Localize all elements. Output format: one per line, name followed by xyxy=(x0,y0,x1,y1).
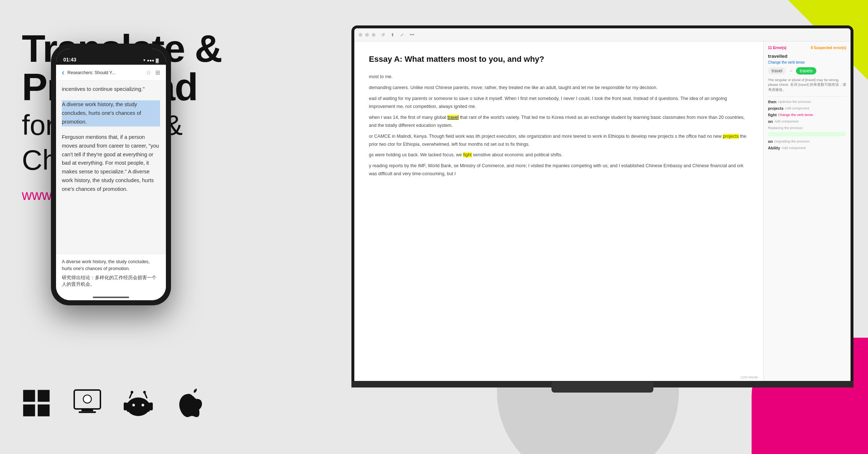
panel-word-on2: on xyxy=(768,139,773,144)
phone-time: 01:43 xyxy=(63,57,76,63)
panel-word-projects: projects xyxy=(768,106,784,111)
panel-word-then: then xyxy=(768,100,776,104)
phone-wrap: 01:43 ▾ ●●● ▓ ‹ Researchers: Should Y...… xyxy=(51,44,171,305)
panel-row-then: then Optimize the pronoun xyxy=(768,100,846,104)
phone-back-button[interactable]: ‹ xyxy=(62,68,64,77)
panel-action-on2[interactable]: Degrading the pronoun xyxy=(774,139,809,143)
panel-replacing: Replacing the pronoun xyxy=(768,126,846,130)
error-count: 11 Error(s) xyxy=(768,46,787,50)
svg-rect-2 xyxy=(23,405,35,417)
android-icon xyxy=(124,389,153,418)
panel-word-fight: fight xyxy=(768,113,777,117)
toolbar-dot-3 xyxy=(372,33,375,37)
phone-body: 01:43 ▾ ●●● ▓ ‹ Researchers: Should Y...… xyxy=(51,44,171,305)
doc-right-panel: 11 Error(s) 0 Suspected error(s) travell… xyxy=(763,41,851,382)
doc-text: most to me. demanding careers. Unlike mo… xyxy=(369,73,749,178)
battery-icon: ▓ xyxy=(156,58,159,63)
doc-para-2: demanding careers. Unlike most Chinese p… xyxy=(369,84,749,92)
doc-para-4: when I was 14, the first of many global … xyxy=(369,114,749,130)
svg-rect-5 xyxy=(81,409,93,411)
phone-content-area: incentives to continue specializing." A … xyxy=(56,81,166,255)
word-options: travel → travels xyxy=(768,67,846,75)
phone-translation-en: A diverse work history, the study conclu… xyxy=(62,258,160,272)
signal-icon: ●●● xyxy=(147,58,154,63)
doc-main: Essay A: What matters most to you, and w… xyxy=(354,41,763,382)
phone-nav-icons: ☆ ⊞ xyxy=(146,69,160,76)
panel-row-ability: Ability Add component xyxy=(768,146,846,150)
doc-para-3: ead of waiting for my parents or someone… xyxy=(369,95,749,111)
panel-add-global[interactable] xyxy=(768,132,846,136)
toolbar-expand-icon[interactable]: ⤢ xyxy=(400,32,404,37)
doc-title: Essay A: What matters most to you, and w… xyxy=(369,52,749,66)
panel-row-on: on Add component xyxy=(768,119,846,124)
doc-para-1: most to me. xyxy=(369,73,749,81)
phone-screen: 01:43 ▾ ●●● ▓ ‹ Researchers: Should Y...… xyxy=(56,49,166,300)
phone-translation-area: A diverse work history, the study conclu… xyxy=(56,254,166,300)
phone-translation-zh: 研究得出结论：多样化的工作经历会损害一个人的晋升机会。 xyxy=(62,274,160,288)
svg-point-11 xyxy=(142,404,144,406)
svg-rect-0 xyxy=(23,390,35,402)
suspected-count: 0 Suspected error(s) xyxy=(811,46,846,50)
doc-para-6: gs were holding us back. We lacked focus… xyxy=(369,151,749,159)
doc-para-5: or CAMCE in Malindi, Kenya. Though field… xyxy=(369,133,749,149)
phone-notch xyxy=(89,49,133,59)
svg-rect-6 xyxy=(79,411,96,413)
toolbar-dot-1 xyxy=(359,33,362,37)
panel-word-ability: Ability xyxy=(768,146,780,150)
toolbar-more-icon[interactable]: ••• xyxy=(410,32,414,37)
highlight-travel: travel xyxy=(447,115,459,120)
phone-status-icons: ▾ ●●● ▓ xyxy=(143,58,159,63)
phone-nav-bar: ‹ Researchers: Should Y... ☆ ⊞ xyxy=(56,65,166,81)
svg-point-14 xyxy=(131,391,133,393)
arrow-icon: → xyxy=(789,68,793,73)
desktop-screen-inner: ↺ ⬆ ⤢ ••• Essay A: What matters most to … xyxy=(354,28,851,382)
toolbar-reload-icon[interactable]: ↺ xyxy=(381,32,385,37)
desktop-stand xyxy=(552,382,653,393)
svg-rect-3 xyxy=(38,405,50,417)
word-chip-travel[interactable]: travel xyxy=(768,67,786,75)
panel-link-travelled[interactable]: Change the verb tense xyxy=(768,60,846,64)
panel-action-fight[interactable]: Change the verb tense xyxy=(778,113,813,117)
panel-note: The singular or plural of [travel] may b… xyxy=(768,77,846,92)
doc-para-7: y reading reports by the IMF, World Bank… xyxy=(369,162,749,178)
windows-icon xyxy=(22,389,51,418)
word-chip-travels[interactable]: travels xyxy=(796,67,816,75)
panel-action-on[interactable]: Add component xyxy=(774,119,799,123)
toolbar-dot-2 xyxy=(365,33,369,37)
panel-header: 11 Error(s) 0 Suspected error(s) xyxy=(768,46,846,50)
panel-word-travelled: travelled xyxy=(768,53,846,59)
mac-icon xyxy=(73,389,102,418)
highlight-fight: fight xyxy=(463,152,472,157)
desktop-screen: ↺ ⬆ ⤢ ••• Essay A: What matters most to … xyxy=(351,25,853,382)
phone-star-icon[interactable]: ☆ xyxy=(146,69,151,76)
panel-action-then[interactable]: Optimize the pronoun xyxy=(778,100,811,104)
doc-footer: 1103 Words · xyxy=(740,375,760,380)
phone-nav-title: Researchers: Should Y... xyxy=(67,70,143,75)
phone-menu-icon[interactable]: ⊞ xyxy=(155,69,160,76)
divider-1 xyxy=(768,96,846,97)
highlight-projects: projects xyxy=(723,134,739,139)
phone-para-1: incentives to continue specializing." xyxy=(62,85,160,94)
panel-action-projects[interactable]: Add component xyxy=(785,106,809,110)
panel-row-fight: fight Change the verb tense xyxy=(768,113,846,117)
panel-row-projects: projects Add component xyxy=(768,106,846,111)
toolbar-share-icon[interactable]: ⬆ xyxy=(391,32,394,37)
panel-action-ability[interactable]: Add component xyxy=(782,146,806,150)
svg-rect-1 xyxy=(38,390,50,402)
svg-point-15 xyxy=(143,391,146,393)
svg-rect-16 xyxy=(124,402,127,410)
svg-rect-9 xyxy=(127,402,150,411)
panel-row-on2: on Degrading the pronoun xyxy=(768,139,846,144)
apple-icon xyxy=(175,389,204,418)
phone-para-highlighted: A diverse work history, the study conclu… xyxy=(62,100,160,126)
svg-rect-17 xyxy=(150,402,153,410)
phone-para-3: Ferguson mentions that, if a person move… xyxy=(62,133,160,194)
wifi-icon: ▾ xyxy=(143,58,146,63)
phone-home-indicator xyxy=(93,297,129,298)
svg-point-10 xyxy=(132,404,135,406)
doc-toolbar: ↺ ⬆ ⤢ ••• xyxy=(354,28,851,41)
platform-icons xyxy=(22,389,204,418)
svg-point-7 xyxy=(83,395,91,403)
doc-body-wrap: Essay A: What matters most to you, and w… xyxy=(354,41,851,382)
panel-word-on: on xyxy=(768,119,773,124)
